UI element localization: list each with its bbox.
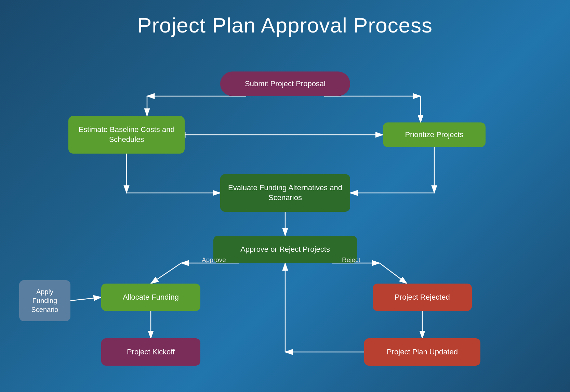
node-allocate: Allocate Funding — [101, 284, 200, 311]
svg-line-15 — [380, 263, 407, 284]
page-title: Project Plan Approval Process — [0, 0, 570, 41]
node-approve-reject: Approve or Reject Projects — [213, 236, 357, 263]
node-prioritize: Prioritize Projects — [383, 122, 486, 147]
node-estimate: Estimate Baseline Costs and Schedules — [68, 116, 185, 154]
diagram-area: Submit Project Proposal Estimate Baselin… — [0, 44, 570, 376]
node-apply-funding: Apply Funding Scenario — [19, 280, 70, 321]
node-submit: Submit Project Proposal — [220, 71, 350, 96]
svg-line-20 — [70, 297, 101, 301]
svg-line-13 — [151, 263, 181, 284]
node-project-kickoff: Project Kickoff — [101, 338, 200, 366]
node-project-plan-updated: Project Plan Updated — [364, 338, 480, 366]
reject-label: Reject — [342, 256, 360, 264]
node-project-rejected: Project Rejected — [373, 284, 472, 311]
node-evaluate: Evaluate Funding Alternatives and Scenar… — [220, 174, 350, 212]
approve-label: Approve — [202, 256, 226, 264]
